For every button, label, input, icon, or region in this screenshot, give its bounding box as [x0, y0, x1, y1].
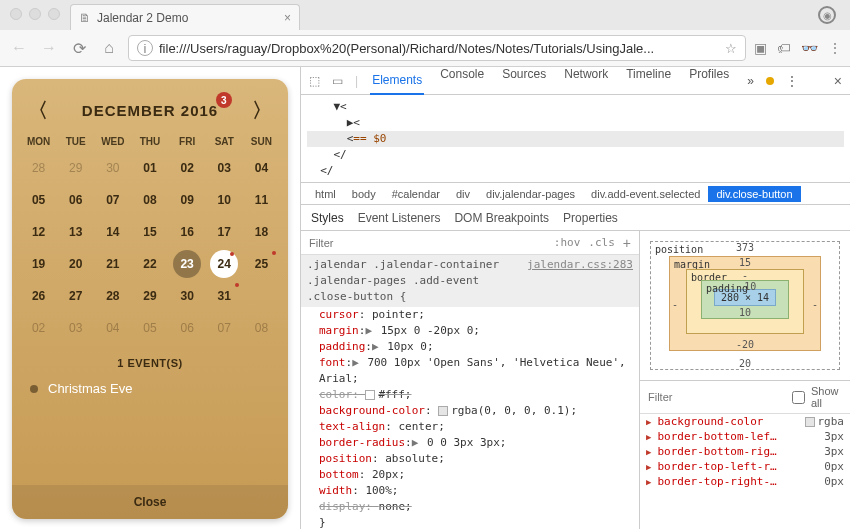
css-property[interactable]: display: none; [301, 499, 639, 515]
calendar-day[interactable]: 02 [169, 153, 206, 183]
site-info-icon[interactable]: i [137, 40, 153, 56]
computed-property[interactable]: ▶border-top-right-…0px [640, 474, 850, 489]
calendar-day[interactable]: 09 [169, 185, 206, 215]
dom-node[interactable]: ▼< [307, 99, 844, 115]
calendar-day[interactable]: 03 [57, 313, 94, 343]
menu-icon[interactable]: ⋮ [828, 40, 842, 56]
css-property[interactable]: color: #fff; [301, 387, 639, 403]
calendar-day[interactable]: 26 [20, 281, 57, 311]
computed-property[interactable]: ▶border-top-left-r…0px [640, 459, 850, 474]
forward-button[interactable]: → [38, 37, 60, 59]
styles-subtab[interactable]: DOM Breakpoints [454, 211, 549, 225]
css-property[interactable]: width: 100%; [301, 483, 639, 499]
event-item[interactable]: Christmas Eve [12, 377, 288, 400]
extension-icon-2[interactable]: 🏷 [777, 40, 791, 56]
breadcrumb-item[interactable]: html [307, 186, 344, 202]
styles-subtab[interactable]: Styles [311, 211, 344, 225]
devtools-tab[interactable]: Network [562, 67, 610, 95]
hov-toggle[interactable]: :hov [554, 236, 581, 249]
calendar-day[interactable]: 19 [20, 249, 57, 279]
css-property[interactable]: background-color: rgba(0, 0, 0, 0.1); [301, 403, 639, 419]
elements-tree[interactable]: ▼< ▶< <== $0 </ </</ [301, 95, 850, 183]
back-button[interactable]: ← [8, 37, 30, 59]
calendar-day[interactable]: 12 [20, 217, 57, 247]
breadcrumb-item[interactable]: div [448, 186, 478, 202]
calendar-day[interactable]: 05 [131, 313, 168, 343]
window-controls[interactable] [10, 8, 60, 20]
calendar-day[interactable]: 24 [210, 250, 238, 278]
prev-month-button[interactable]: 〈 [28, 97, 48, 124]
css-property[interactable]: position: absolute; [301, 451, 639, 467]
calendar-day[interactable]: 08 [131, 185, 168, 215]
computed-filter-input[interactable] [648, 391, 786, 403]
calendar-day[interactable]: 22 [131, 249, 168, 279]
calendar-day[interactable]: 21 [94, 249, 131, 279]
show-all-checkbox[interactable] [792, 391, 805, 404]
css-property[interactable]: text-align: center; [301, 419, 639, 435]
calendar-day[interactable]: 15 [131, 217, 168, 247]
devtools-menu-icon[interactable]: ⋮ [786, 74, 798, 88]
devtools-tab[interactable]: Profiles [687, 67, 731, 95]
address-bar[interactable]: i file:///Users/raguay/Dropbox%20(Person… [128, 35, 746, 61]
computed-list[interactable]: ▶background-colorrgba▶border-bottom-lef…… [640, 414, 850, 529]
styles-filter-input[interactable] [309, 237, 546, 249]
calendar-day[interactable]: 04 [243, 153, 280, 183]
calendar-day[interactable]: 31 [206, 281, 243, 311]
calendar-day[interactable]: 06 [169, 313, 206, 343]
devtools-tab[interactable]: Sources [500, 67, 548, 95]
inspect-icon[interactable]: ⬚ [309, 74, 320, 88]
rule-source-link[interactable]: jalendar.css:283 [527, 257, 633, 305]
calendar-day[interactable]: 28 [20, 153, 57, 183]
calendar-day[interactable]: 06 [57, 185, 94, 215]
breadcrumb-item[interactable]: #calendar [384, 186, 448, 202]
calendar-day[interactable]: 28 [94, 281, 131, 311]
calendar-day[interactable]: 30 [169, 281, 206, 311]
dom-node[interactable]: </ [307, 163, 844, 179]
computed-property[interactable]: ▶border-bottom-rig…3px [640, 444, 850, 459]
close-window-icon[interactable] [10, 8, 22, 20]
profile-icon[interactable]: ◉ [818, 6, 836, 24]
device-mode-icon[interactable]: ▭ [332, 74, 343, 88]
calendar-day[interactable]: 14 [94, 217, 131, 247]
calendar-day[interactable]: 08 [243, 313, 280, 343]
close-devtools-icon[interactable]: × [834, 73, 842, 89]
calendar-day[interactable]: 27 [57, 281, 94, 311]
dom-node[interactable]: <== $0 [307, 131, 844, 147]
calendar-day[interactable]: 30 [94, 153, 131, 183]
extension-icon-3[interactable]: 👓 [801, 40, 818, 56]
styles-subtab[interactable]: Properties [563, 211, 618, 225]
close-button[interactable]: Close [12, 485, 288, 519]
calendar-day[interactable]: 16 [169, 217, 206, 247]
calendar-day[interactable]: 03 [206, 153, 243, 183]
browser-tab[interactable]: 🗎 Jalendar 2 Demo × [70, 4, 300, 30]
devtools-tab[interactable]: Console [438, 67, 486, 95]
css-rules[interactable]: .jalendar .jalendar-container .jalendar-… [301, 255, 639, 529]
calendar-day[interactable]: 29 [131, 281, 168, 311]
calendar-day[interactable]: 20 [57, 249, 94, 279]
warning-icon[interactable] [766, 77, 774, 85]
next-month-button[interactable]: 〉 [252, 97, 272, 124]
css-property[interactable]: padding:▶ 10px 0; [301, 339, 639, 355]
calendar-day[interactable]: 18 [243, 217, 280, 247]
dom-node[interactable]: </ [307, 147, 844, 163]
dom-breadcrumb[interactable]: htmlbody#calendardivdiv.jalendar-pagesdi… [301, 183, 850, 205]
bookmark-icon[interactable]: ☆ [725, 41, 737, 56]
breadcrumb-item[interactable]: div.add-event.selected [583, 186, 708, 202]
cls-toggle[interactable]: .cls [588, 236, 615, 249]
calendar-day[interactable]: 17 [206, 217, 243, 247]
calendar-day[interactable]: 07 [94, 185, 131, 215]
minimize-window-icon[interactable] [29, 8, 41, 20]
home-button[interactable]: ⌂ [98, 37, 120, 59]
styles-subtab[interactable]: Event Listeners [358, 211, 441, 225]
new-rule-button[interactable]: + [623, 235, 631, 251]
reload-button[interactable]: ⟳ [68, 37, 90, 59]
calendar-day[interactable]: 11 [243, 185, 280, 215]
css-property[interactable]: cursor: pointer; [301, 307, 639, 323]
devtools-tab[interactable]: Timeline [624, 67, 673, 95]
computed-property[interactable]: ▶background-colorrgba [640, 414, 850, 429]
more-tabs-icon[interactable]: » [747, 74, 754, 88]
calendar-day[interactable]: 01 [131, 153, 168, 183]
devtools-tab[interactable]: Elements [370, 67, 424, 95]
computed-property[interactable]: ▶border-bottom-lef…3px [640, 429, 850, 444]
css-property[interactable]: font:▶ 700 10px 'Open Sans', 'Helvetica … [301, 355, 639, 387]
